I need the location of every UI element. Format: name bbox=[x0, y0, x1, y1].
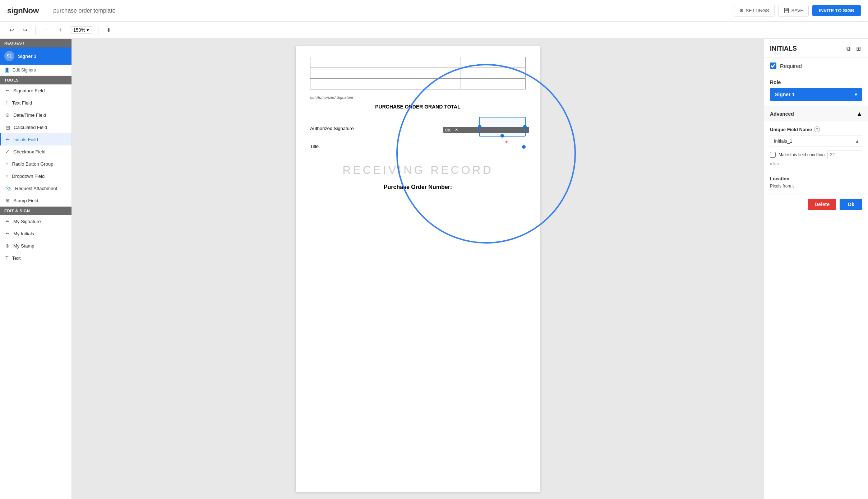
sidebar-item-signature-field[interactable]: ✒ Signature Field bbox=[0, 84, 71, 97]
sidebar-item-stamp-field[interactable]: ⊕ Stamp Field bbox=[0, 194, 71, 207]
toolbar-divider-2 bbox=[98, 26, 98, 34]
zoom-level: 150% bbox=[73, 27, 85, 33]
download-icon: ⬇ bbox=[106, 27, 111, 33]
settings-button[interactable]: ⚙ SETTINGS bbox=[734, 5, 775, 17]
field-name-row: Unique Field Name ? bbox=[770, 126, 862, 132]
handle-left bbox=[478, 125, 481, 129]
zoom-control[interactable]: 150% ▾ bbox=[70, 26, 92, 34]
signature-icon: ✒ bbox=[5, 88, 10, 93]
receiving-record-label: RECEIVING RECORD bbox=[310, 163, 526, 177]
required-section: Required bbox=[764, 57, 868, 74]
zoom-out-button[interactable]: － bbox=[41, 25, 51, 35]
sig-line bbox=[357, 117, 526, 131]
ok-button[interactable]: Ok bbox=[840, 199, 862, 210]
advanced-header[interactable]: Advanced ▲ bbox=[764, 106, 868, 121]
title-label: Title bbox=[310, 144, 319, 149]
title-line: * bbox=[322, 138, 526, 149]
panel-icons: ⧉ ⊞ bbox=[845, 44, 862, 54]
logo: signNow bbox=[7, 6, 39, 15]
unique-field-name-label: Unique Field Name bbox=[770, 127, 812, 132]
tools-section-header: Tools bbox=[0, 76, 71, 84]
handle-right bbox=[523, 125, 527, 129]
sidebar-item-my-stamp[interactable]: ⊕ My Stamp bbox=[0, 240, 71, 252]
sidebar-item-text-field[interactable]: T Text Field bbox=[0, 97, 71, 109]
required-label: Required bbox=[780, 63, 802, 69]
sidebar-item-my-signature[interactable]: ✒ My Signature bbox=[0, 215, 71, 227]
signer-avatar: S1 bbox=[4, 51, 14, 61]
delete-button[interactable]: Delete bbox=[808, 199, 836, 210]
calc-icon: ▤ bbox=[5, 124, 10, 130]
download-button[interactable]: ⬇ bbox=[104, 25, 113, 35]
advanced-title: Advanced bbox=[770, 111, 794, 117]
person-icon: 👤 bbox=[4, 68, 10, 73]
undo-button[interactable]: ↩ bbox=[7, 25, 16, 35]
my-sig-icon: ✒ bbox=[5, 218, 10, 224]
zoom-in-icon: ＋ bbox=[58, 27, 64, 33]
field-name-input[interactable] bbox=[770, 135, 862, 147]
role-section: Role Signer 1 Signer 2 ▼ bbox=[764, 74, 868, 106]
required-asterisk: * bbox=[505, 140, 508, 147]
input-chevron-icon: ▲ bbox=[855, 139, 859, 144]
condition-checkbox[interactable] bbox=[770, 152, 776, 158]
checkbox-icon: ✓ bbox=[5, 149, 10, 154]
header: signNow purchase order template ⚙ SETTIN… bbox=[0, 0, 868, 22]
condition-label: Make this field condition bbox=[779, 152, 825, 157]
toolbar: ↩ ↪ － ＋ 150% ▾ ⬇ bbox=[0, 22, 868, 39]
main-layout: Request S1 Signer 1 👤 Edit Signers Tools… bbox=[0, 39, 868, 499]
required-checkbox[interactable] bbox=[770, 63, 776, 69]
location-title: Location bbox=[770, 176, 862, 181]
on-top-label: n top bbox=[770, 161, 862, 166]
initials-field-box[interactable] bbox=[479, 117, 526, 137]
authorized-sig-row: Authorized Signature bbox=[310, 117, 526, 131]
unique-field-section: Unique Field Name ? ▲ Make this field co… bbox=[764, 121, 868, 171]
sidebar-item-text[interactable]: T Text bbox=[0, 252, 71, 264]
sidebar-item-request-attachment[interactable]: 📎 Request Attachment bbox=[0, 182, 71, 194]
save-icon: 💾 bbox=[784, 8, 789, 13]
signature-area: OK | ✕ Authorized Signature bbox=[310, 117, 526, 149]
field-name-input-wrapper: ▲ bbox=[770, 135, 862, 147]
sidebar-item-datetime-field[interactable]: ⊙ Date/Time Field bbox=[0, 109, 71, 121]
invite-to-sign-button[interactable]: INVITE TO SIGN bbox=[812, 5, 861, 16]
zoom-in-button[interactable]: ＋ bbox=[56, 25, 66, 35]
initials-icon: ✒ bbox=[5, 137, 10, 142]
panel-copy-icon[interactable]: ⧉ bbox=[845, 44, 852, 54]
text-icon: T bbox=[5, 100, 9, 106]
undo-icon: ↩ bbox=[9, 27, 14, 33]
text-edit-icon: T bbox=[5, 255, 9, 261]
panel-footer: Delete Ok bbox=[764, 194, 868, 214]
handle-bottom bbox=[500, 134, 504, 138]
sidebar-item-checkbox-field[interactable]: ✓ Checkbox Field bbox=[0, 145, 71, 158]
doc-title: purchase order template bbox=[53, 8, 734, 14]
attachment-icon: 📎 bbox=[5, 185, 11, 191]
sidebar-item-dropdown-field[interactable]: ≡ Dropdown Field bbox=[0, 170, 71, 182]
edit-sign-section-header: Edit & Sign bbox=[0, 207, 71, 215]
condition-input[interactable] bbox=[827, 151, 862, 159]
zoom-out-icon: － bbox=[43, 27, 49, 33]
right-panel: INITIALS ⧉ ⊞ Required Role Signer 1 Sign… bbox=[764, 39, 868, 499]
sidebar-item-radio-button[interactable]: ○ Radio Button Group bbox=[0, 158, 71, 170]
my-initials-icon: ✒ bbox=[5, 231, 10, 236]
advanced-section: Advanced ▲ Unique Field Name ? ▲ bbox=[764, 106, 868, 194]
signer-block[interactable]: S1 Signer 1 bbox=[0, 47, 71, 65]
advanced-chevron-icon: ▲ bbox=[857, 111, 862, 117]
clock-icon: ⊙ bbox=[5, 112, 10, 118]
redo-icon: ↪ bbox=[23, 27, 27, 33]
table-row bbox=[310, 68, 526, 79]
condition-row: Make this field condition bbox=[770, 151, 862, 159]
dropdown-icon: ≡ bbox=[5, 173, 8, 179]
title-row: Title * bbox=[310, 138, 526, 149]
sidebar-item-initials-field[interactable]: ✒ Initials Field bbox=[0, 133, 71, 145]
panel-grid-icon[interactable]: ⊞ bbox=[855, 44, 862, 54]
without-auth-text: out Authorized Signature bbox=[310, 95, 526, 100]
edit-signers-button[interactable]: 👤 Edit Signers bbox=[0, 65, 71, 76]
redo-button[interactable]: ↪ bbox=[20, 25, 29, 35]
sidebar-item-calculated-field[interactable]: ▤ Calculated Field bbox=[0, 121, 71, 133]
panel-header: INITIALS ⧉ ⊞ bbox=[764, 39, 868, 57]
help-icon[interactable]: ? bbox=[814, 126, 820, 132]
save-button[interactable]: 💾 SAVE bbox=[778, 5, 809, 17]
location-section: Location Pixels from t bbox=[764, 171, 868, 194]
toolbar-divider bbox=[35, 26, 36, 34]
role-select[interactable]: Signer 1 Signer 2 bbox=[770, 88, 862, 101]
my-stamp-icon: ⊕ bbox=[5, 243, 10, 249]
sidebar-item-my-initials[interactable]: ✒ My Initials bbox=[0, 227, 71, 240]
